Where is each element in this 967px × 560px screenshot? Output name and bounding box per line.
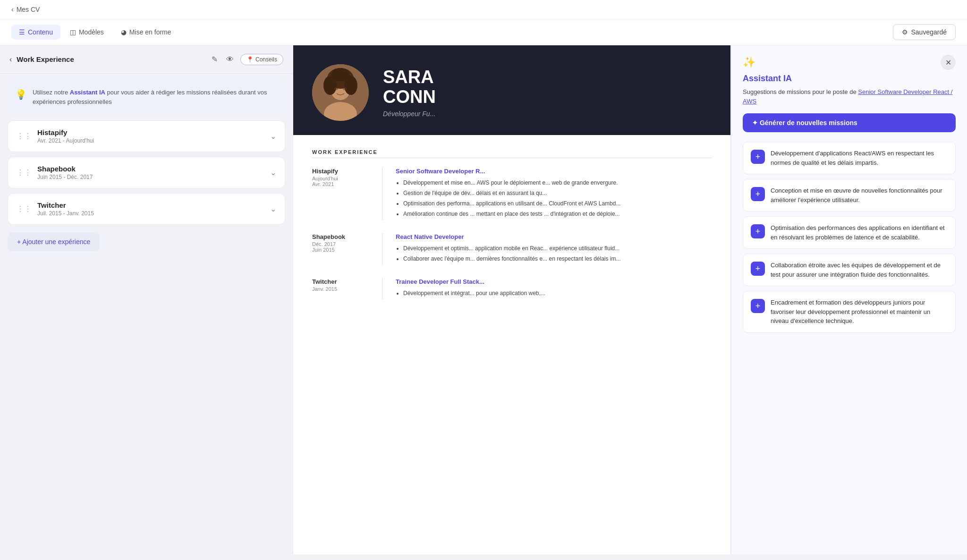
exp-name: Histapify bbox=[37, 128, 264, 136]
save-icon: ⚙ bbox=[902, 28, 908, 36]
exp-date: Avr. 2021 - Aujourd'hui bbox=[37, 137, 264, 144]
cv-exp-dates: Histapify Aujourd'hui Avr. 2021 bbox=[312, 168, 369, 220]
back-icon: ‹ bbox=[11, 6, 14, 13]
expand-button[interactable]: ⌄ bbox=[270, 204, 276, 213]
save-label: Sauvegardé bbox=[911, 28, 947, 36]
cv-exp-company: Shapebook bbox=[312, 233, 369, 240]
ai-hint-highlight: Assistant IA bbox=[70, 89, 105, 96]
tab-contenu-icon: ☰ bbox=[19, 28, 25, 36]
ai-panel-header: ✨ ✕ bbox=[731, 45, 967, 70]
list-item[interactable]: ⋮⋮ Twitcher Juil. 2015 - Janv. 2015 ⌄ bbox=[8, 193, 285, 225]
cv-exp-content: React Native Developer Développement et … bbox=[396, 233, 712, 265]
ai-hint-banner: 💡 Utilisez notre Assistant IA pour vous … bbox=[8, 81, 285, 113]
cv-exp-item: Histapify Aujourd'hui Avr. 2021 Senior S… bbox=[312, 168, 712, 220]
conseils-icon: 📍 bbox=[246, 56, 254, 63]
tab-modeles-icon: ◫ bbox=[70, 28, 76, 36]
list-item[interactable]: ⋮⋮ Histapify Avr. 2021 - Aujourd'hui ⌄ bbox=[8, 120, 285, 152]
exp-info: Shapebook Juin 2015 - Déc. 2017 bbox=[37, 165, 264, 180]
cv-subtitle: Développeur Fu... bbox=[383, 110, 436, 118]
cv-exp-period: Déc. 2017 Juin 2015 bbox=[312, 241, 369, 253]
cv-exp-item: Shapebook Déc. 2017 Juin 2015 React Nati… bbox=[312, 233, 712, 265]
back-link[interactable]: ‹ Mes CV bbox=[11, 6, 40, 13]
svg-point-6 bbox=[331, 68, 350, 81]
conseils-badge[interactable]: 📍 Conseils bbox=[240, 54, 283, 65]
exp-date: Juil. 2015 - Janv. 2015 bbox=[37, 210, 264, 217]
bullet: Développement et optimis... application … bbox=[403, 244, 712, 253]
ai-generate-button[interactable]: ✦ Générer de nouvelles missions bbox=[743, 113, 956, 132]
ai-add-suggestion-button[interactable]: + bbox=[751, 187, 765, 201]
ai-suggestions-list: + Développement d'applications React/AWS… bbox=[731, 142, 967, 344]
ai-hint-text: Utilisez notre Assistant IA pour vous ai… bbox=[33, 88, 278, 106]
ai-suggestion-text: Optimisation des performances des applic… bbox=[771, 223, 948, 242]
bullet: Collaborer avec l'équipe m... dernières … bbox=[403, 255, 712, 263]
tab-contenu[interactable]: ☰ Contenu bbox=[11, 25, 60, 40]
cv-section-title: WORK EXPERIENCE bbox=[312, 149, 712, 158]
conseils-label: Conseils bbox=[255, 56, 277, 63]
section-back-icon[interactable]: ‹ bbox=[9, 55, 12, 64]
ai-add-suggestion-button[interactable]: + bbox=[751, 299, 765, 313]
ai-suggestion-text: Développement d'applications React/AWS e… bbox=[771, 149, 948, 167]
cv-exp-period: Aujourd'hui Avr. 2021 bbox=[312, 176, 369, 187]
avatar bbox=[312, 64, 369, 121]
ai-add-suggestion-button[interactable]: + bbox=[751, 224, 765, 238]
cv-exp-role: React Native Developer bbox=[396, 233, 712, 240]
tab-modeles[interactable]: ◫ Modèles bbox=[62, 25, 111, 40]
bullet: Amélioration continue des ... mettant en… bbox=[403, 210, 712, 218]
ai-panel-title: Assistant IA bbox=[731, 70, 967, 84]
cv-exp-bullets: Développement et intégrat... pour une ap… bbox=[396, 289, 712, 297]
ai-close-button[interactable]: ✕ bbox=[941, 55, 956, 70]
ai-suggestion-text: Conception et mise en œuvre de nouvelles… bbox=[771, 186, 948, 204]
cv-name: SARACONN bbox=[383, 68, 436, 107]
tab-mise-en-forme-label: Mise en forme bbox=[129, 28, 171, 36]
edit-button[interactable]: ✎ bbox=[210, 53, 220, 66]
left-panel: ‹ Work Experience ✎ 👁 📍 Conseils 💡 Utili… bbox=[0, 45, 293, 554]
ai-suggestion-card: + Conception et mise en œuvre de nouvell… bbox=[743, 179, 956, 212]
drag-handle-icon: ⋮⋮ bbox=[17, 168, 32, 177]
cv-exp-dates: Twitcher Janv. 2015 bbox=[312, 278, 369, 299]
main-layout: ‹ Work Experience ✎ 👁 📍 Conseils 💡 Utili… bbox=[0, 45, 967, 554]
ai-suggestion-card: + Collaboration étroite avec les équipes… bbox=[743, 254, 956, 286]
back-label: Mes CV bbox=[17, 6, 40, 13]
tab-modeles-label: Modèles bbox=[79, 28, 104, 36]
ai-panel-subtitle: Suggestions de missions pour le poste de… bbox=[731, 84, 967, 113]
avatar-image bbox=[312, 64, 369, 121]
tab-mise-en-forme-icon: ◕ bbox=[121, 28, 127, 36]
cv-preview-panel: SARACONN Développeur Fu... WORK EXPERIEN… bbox=[293, 45, 731, 554]
exp-info: Histapify Avr. 2021 - Aujourd'hui bbox=[37, 128, 264, 144]
ai-add-suggestion-button[interactable]: + bbox=[751, 150, 765, 164]
bullet: Optimisation des performa... application… bbox=[403, 199, 712, 208]
add-experience-button[interactable]: + Ajouter une expérience bbox=[8, 232, 100, 251]
cv-exp-role: Trainee Developer Full Stack... bbox=[396, 278, 712, 285]
ai-suggestion-card: + Encadrement et formation des développe… bbox=[743, 291, 956, 333]
exp-name: Twitcher bbox=[37, 201, 264, 209]
visibility-button[interactable]: 👁 bbox=[224, 53, 236, 66]
exp-date: Juin 2015 - Déc. 2017 bbox=[37, 174, 264, 180]
ai-add-suggestion-button[interactable]: + bbox=[751, 262, 765, 276]
cv-exp-role: Senior Software Developer R... bbox=[396, 168, 712, 175]
tab-mise-en-forme[interactable]: ◕ Mise en forme bbox=[113, 25, 179, 40]
section-header: ‹ Work Experience ✎ 👁 📍 Conseils bbox=[0, 45, 293, 74]
expand-button[interactable]: ⌄ bbox=[270, 168, 276, 177]
bullet: Développement et intégrat... pour une ap… bbox=[403, 289, 712, 297]
cv-body: WORK EXPERIENCE Histapify Aujourd'hui Av… bbox=[293, 135, 730, 327]
ai-wand-icon: ✨ bbox=[743, 56, 755, 68]
tab-bar: ☰ Contenu ◫ Modèles ◕ Mise en forme ⚙ Sa… bbox=[0, 19, 967, 45]
ai-suggestion-text: Collaboration étroite avec les équipes d… bbox=[771, 261, 948, 279]
cv-exp-company: Histapify bbox=[312, 168, 369, 175]
ai-suggestion-card: + Développement d'applications React/AWS… bbox=[743, 142, 956, 174]
svg-point-8 bbox=[343, 87, 347, 90]
save-button[interactable]: ⚙ Sauvegardé bbox=[893, 24, 956, 40]
list-item[interactable]: ⋮⋮ Shapebook Juin 2015 - Déc. 2017 ⌄ bbox=[8, 157, 285, 188]
expand-button[interactable]: ⌄ bbox=[270, 132, 276, 141]
section-title: Work Experience bbox=[17, 55, 205, 63]
top-nav: ‹ Mes CV bbox=[0, 0, 967, 19]
lightbulb-icon: 💡 bbox=[15, 89, 27, 100]
drag-handle-icon: ⋮⋮ bbox=[17, 132, 32, 141]
cv-exp-item: Twitcher Janv. 2015 Trainee Developer Fu… bbox=[312, 278, 712, 299]
ai-subtitle-before: Suggestions de missions pour le poste de bbox=[743, 88, 858, 95]
cv-exp-bullets: Développement et optimis... application … bbox=[396, 244, 712, 263]
cv-exp-period: Janv. 2015 bbox=[312, 286, 369, 292]
exp-name: Shapebook bbox=[37, 165, 264, 173]
cv-exp-content: Senior Software Developer R... Développe… bbox=[396, 168, 712, 220]
bullet: Développement et mise en... AWS pour le … bbox=[403, 178, 712, 187]
